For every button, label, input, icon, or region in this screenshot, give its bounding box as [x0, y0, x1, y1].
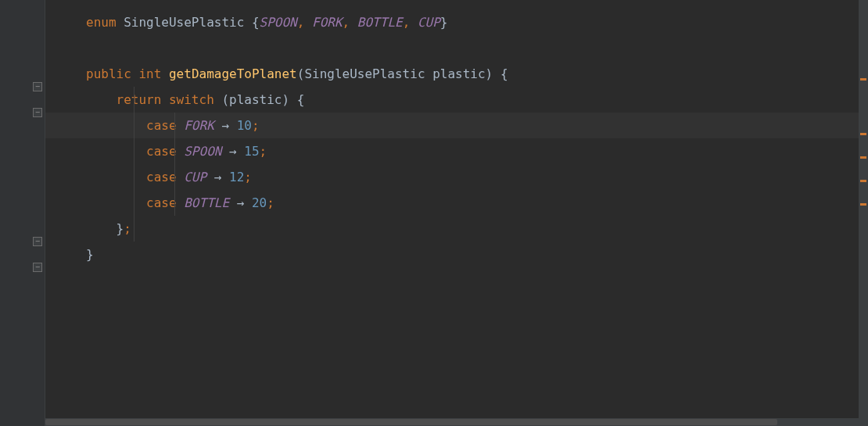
scroll-marker-icon: [860, 203, 866, 206]
number-literal: 10: [237, 118, 252, 133]
enum-constant: CUP: [184, 170, 206, 184]
keyword-public: public: [86, 66, 131, 81]
code-line[interactable]: public int getDamageToPlanet(SingleUsePl…: [45, 61, 868, 87]
keyword-case: case: [146, 195, 177, 210]
semicolon: ;: [244, 170, 252, 184]
code-line[interactable]: [45, 35, 868, 61]
semicolon: ;: [260, 144, 267, 159]
fold-indicator-icon[interactable]: [33, 263, 42, 272]
comma: ,: [297, 15, 305, 30]
comma: ,: [403, 15, 411, 30]
horizontal-scrollbar[interactable]: [45, 418, 859, 426]
paren-open: (: [221, 92, 229, 107]
arrow-icon: →: [237, 195, 245, 210]
arrow-icon: →: [214, 170, 222, 184]
enum-constant: BOTTLE: [184, 195, 229, 210]
fold-indicator-icon[interactable]: [33, 237, 42, 246]
number-literal: 20: [252, 195, 267, 210]
param-type: SingleUsePlastic: [304, 66, 425, 81]
brace-close: }: [117, 221, 124, 236]
editor-container: enum SingleUsePlastic {SPOON, FORK, BOTT…: [0, 0, 868, 426]
keyword-case: case: [146, 170, 177, 184]
arrow-icon: →: [221, 118, 229, 133]
type-name: SingleUsePlastic: [124, 15, 244, 30]
keyword-int: int: [138, 66, 161, 81]
scroll-marker-icon: [860, 78, 866, 81]
switch-expression: plastic: [229, 92, 282, 107]
gutter: [0, 0, 45, 426]
brace-close: }: [86, 247, 94, 262]
code-line[interactable]: case CUP → 12;: [45, 164, 868, 190]
method-name: getDamageToPlanet: [169, 66, 297, 81]
brace-open: {: [297, 92, 305, 107]
code-line[interactable]: };: [45, 216, 868, 242]
scrollbar-thumb[interactable]: [45, 419, 777, 425]
keyword-enum: enum: [86, 15, 117, 30]
vertical-scrollbar[interactable]: [859, 0, 868, 426]
enum-constant: SPOON: [184, 144, 221, 159]
keyword-case: case: [146, 118, 177, 133]
semicolon: ;: [267, 195, 274, 210]
keyword-switch: switch: [169, 92, 214, 107]
code-line[interactable]: enum SingleUsePlastic {SPOON, FORK, BOTT…: [45, 9, 868, 35]
paren-close: ): [282, 92, 289, 107]
enum-constant: FORK: [184, 118, 214, 133]
number-literal: 12: [229, 170, 244, 184]
scroll-marker-icon: [860, 180, 866, 182]
paren-open: (: [297, 66, 305, 81]
semicolon: ;: [124, 221, 131, 236]
number-literal: 15: [244, 144, 259, 159]
brace-open: {: [252, 15, 260, 30]
scroll-marker-icon: [860, 156, 866, 159]
enum-constant: BOTTLE: [357, 15, 403, 30]
fold-indicator-icon[interactable]: [33, 82, 42, 91]
paren-close: ): [486, 66, 493, 81]
param-name: plastic: [432, 66, 485, 81]
code-line-current[interactable]: case FORK → 10;: [45, 113, 868, 138]
enum-constant: FORK: [312, 15, 343, 30]
code-line[interactable]: case SPOON → 15;: [45, 138, 868, 164]
code-line[interactable]: case BOTTLE → 20;: [45, 190, 868, 216]
keyword-return: return: [117, 92, 162, 107]
code-line[interactable]: return switch (plastic) {: [45, 87, 868, 113]
code-line[interactable]: }: [45, 242, 868, 267]
scroll-marker-icon: [860, 133, 866, 135]
enum-constant: CUP: [418, 15, 440, 30]
keyword-case: case: [146, 144, 177, 159]
brace-open: {: [500, 66, 508, 81]
comma: ,: [343, 15, 350, 30]
code-area[interactable]: enum SingleUsePlastic {SPOON, FORK, BOTT…: [45, 0, 868, 426]
enum-constant: SPOON: [260, 15, 297, 30]
brace-close: }: [440, 15, 448, 30]
semicolon: ;: [252, 118, 260, 133]
fold-indicator-icon[interactable]: [33, 108, 42, 117]
arrow-icon: →: [229, 144, 237, 159]
